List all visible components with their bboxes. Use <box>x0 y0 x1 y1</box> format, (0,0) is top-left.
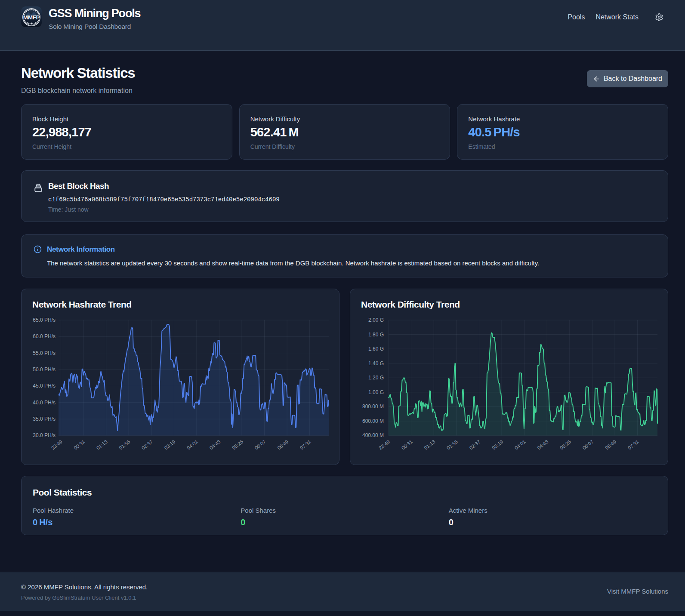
svg-text:04:01: 04:01 <box>514 439 527 451</box>
svg-text:65.0 PH/s: 65.0 PH/s <box>33 317 56 323</box>
svg-text:06:49: 06:49 <box>604 439 617 451</box>
svg-text:45.0 PH/s: 45.0 PH/s <box>33 383 56 389</box>
svg-text:800.00 M: 800.00 M <box>362 403 384 410</box>
svg-text:2.00 G: 2.00 G <box>368 317 384 323</box>
svg-text:400.00 M: 400.00 M <box>362 432 384 438</box>
svg-text:40.0 PH/s: 40.0 PH/s <box>33 400 56 406</box>
svg-text:23:49: 23:49 <box>378 439 391 451</box>
svg-text:04:43: 04:43 <box>209 439 222 451</box>
svg-text:01:55: 01:55 <box>118 439 131 451</box>
svg-text:35.0 PH/s: 35.0 PH/s <box>33 416 56 422</box>
svg-text:1.80 G: 1.80 G <box>368 332 384 338</box>
svg-text:05:25: 05:25 <box>559 439 572 451</box>
svg-text:02:37: 02:37 <box>141 439 154 451</box>
svg-text:MMFP: MMFP <box>23 14 40 21</box>
svg-text:07:31: 07:31 <box>299 439 312 451</box>
svg-text:03:19: 03:19 <box>164 439 176 451</box>
svg-text:1.20 G: 1.20 G <box>368 375 384 381</box>
svg-text:01:13: 01:13 <box>96 439 108 451</box>
svg-text:03:19: 03:19 <box>491 439 504 451</box>
svg-text:50.0 PH/s: 50.0 PH/s <box>33 367 56 373</box>
svg-text:01:55: 01:55 <box>446 439 459 451</box>
svg-text:1.00 G: 1.00 G <box>368 389 384 395</box>
svg-text:30.0 PH/s: 30.0 PH/s <box>33 432 56 438</box>
svg-text:06:07: 06:07 <box>582 439 595 451</box>
svg-text:60.0 PH/s: 60.0 PH/s <box>33 333 56 339</box>
svg-text:06:49: 06:49 <box>276 439 289 451</box>
svg-text:02:37: 02:37 <box>469 439 481 451</box>
svg-text:07:31: 07:31 <box>627 439 640 451</box>
svg-text:1.40 G: 1.40 G <box>368 360 384 367</box>
svg-text:00:31: 00:31 <box>401 439 413 451</box>
svg-text:04:43: 04:43 <box>536 439 549 451</box>
svg-text:00:31: 00:31 <box>73 439 86 451</box>
svg-text:55.0 PH/s: 55.0 PH/s <box>33 350 56 356</box>
svg-text:06:07: 06:07 <box>254 439 267 451</box>
svg-text:1.60 G: 1.60 G <box>368 346 384 352</box>
svg-text:04:01: 04:01 <box>186 439 199 451</box>
svg-text:01:13: 01:13 <box>423 439 436 451</box>
svg-text:600.00 M: 600.00 M <box>362 418 384 424</box>
svg-text:23:49: 23:49 <box>50 439 63 451</box>
svg-text:05:25: 05:25 <box>231 439 244 451</box>
